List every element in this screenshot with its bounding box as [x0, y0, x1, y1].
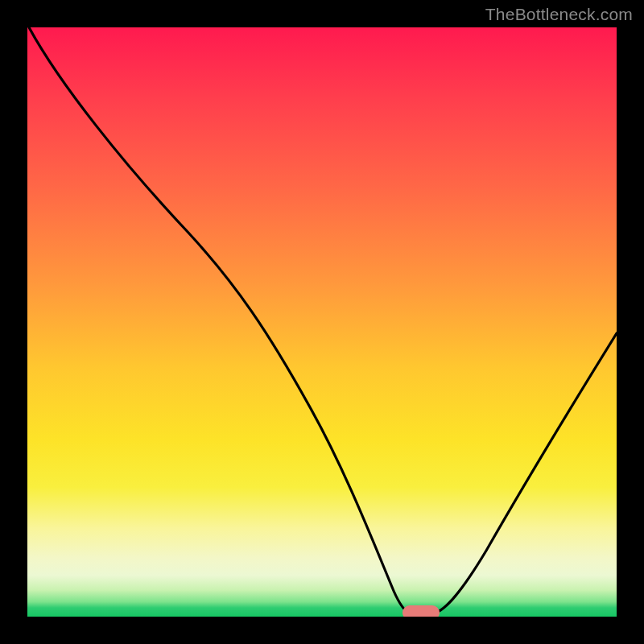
- optimum-marker: [402, 605, 440, 617]
- curve-svg: [27, 27, 617, 617]
- chart-frame: TheBottleneck.com: [0, 0, 644, 644]
- bottleneck-curve: [29, 27, 617, 613]
- watermark-text: TheBottleneck.com: [485, 5, 633, 24]
- plot-area: [27, 27, 617, 617]
